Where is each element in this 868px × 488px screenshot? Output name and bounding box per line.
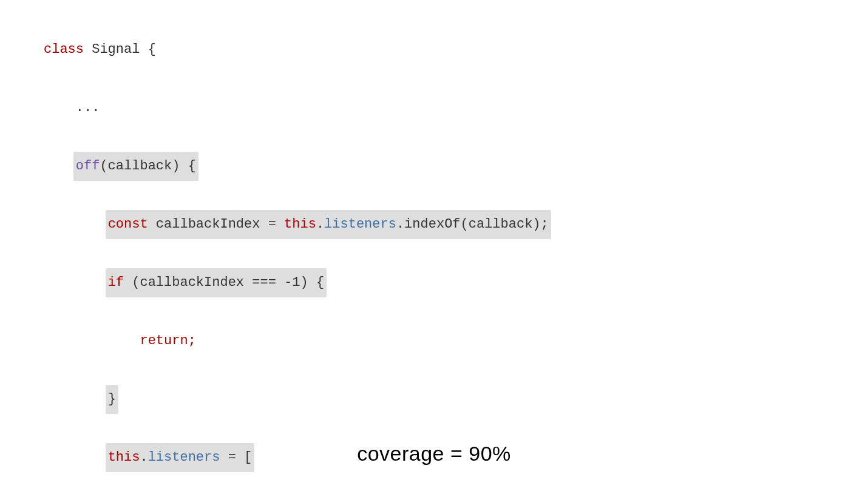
ellipsis: ... — [76, 100, 100, 115]
covered-span: off(callback) { — [73, 152, 198, 181]
code-line-3: off(callback) { — [44, 152, 551, 181]
coverage-caption: coverage = 90% — [0, 442, 868, 466]
keyword-return: return; — [140, 333, 195, 348]
keyword-if: if — [108, 275, 124, 290]
code-snippet: class Signal { ... off(callback) { const… — [44, 6, 551, 488]
method-name-off: off — [76, 158, 100, 174]
punct-brace-close: } — [108, 391, 116, 407]
prop-listeners: listeners — [324, 217, 396, 232]
text: callbackIndex = — [148, 217, 284, 232]
covered-span: } — [106, 385, 118, 414]
code-line-7: } — [44, 385, 551, 414]
method-params: (callback) { — [100, 158, 195, 174]
code-line-4: const callbackIndex = this.listeners.ind… — [44, 210, 551, 239]
keyword-class: class — [44, 42, 84, 57]
code-line-6: return; — [44, 327, 551, 356]
keyword-this: this — [284, 217, 316, 232]
text: (callbackIndex === -1) { — [124, 275, 324, 290]
covered-span: const callbackIndex = this.listeners.ind… — [106, 210, 551, 239]
code-line-2: ... — [44, 93, 551, 123]
covered-span: if (callbackIndex === -1) { — [106, 268, 327, 297]
identifier-signal: Signal — [84, 42, 140, 57]
code-line-5: if (callbackIndex === -1) { — [44, 268, 551, 297]
text: .indexOf(callback); — [396, 217, 549, 232]
punct-dot: . — [316, 217, 324, 232]
punct-brace-open: { — [140, 42, 155, 57]
code-line-1: class Signal { — [44, 35, 551, 64]
keyword-const: const — [108, 217, 148, 232]
